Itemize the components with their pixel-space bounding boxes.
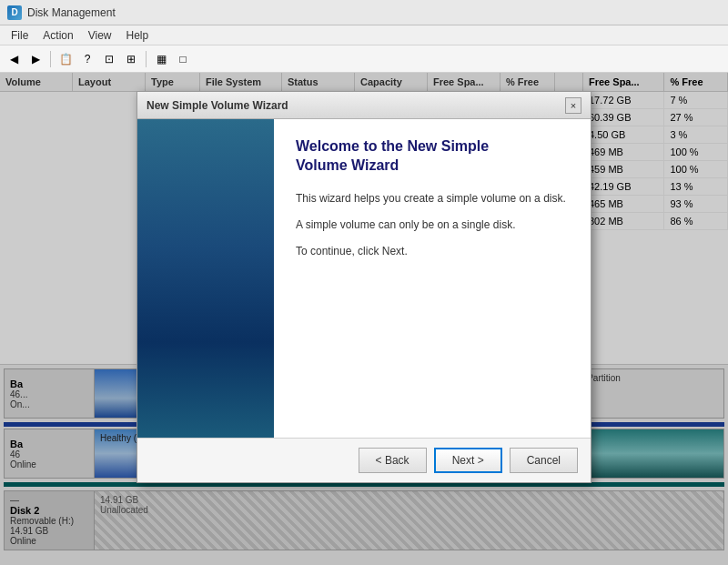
menu-file[interactable]: File bbox=[4, 27, 35, 44]
next-button[interactable]: Next > bbox=[434, 448, 502, 473]
forward-button[interactable]: ▶ bbox=[25, 49, 46, 69]
app-icon: D bbox=[7, 5, 22, 20]
app-title: Disk Management bbox=[27, 6, 116, 19]
modal-paragraph-0: This wizard helps you create a simple vo… bbox=[296, 190, 569, 207]
toolbar: ◀ ▶ 📋 ? ⊡ ⊞ ▦ □ bbox=[0, 45, 728, 73]
modal-paragraph-1: A simple volume can only be on a single … bbox=[296, 217, 569, 234]
refresh-button[interactable]: ⊡ bbox=[99, 49, 119, 69]
title-bar: D Disk Management bbox=[0, 0, 728, 25]
modal-paragraph-2: To continue, click Next. bbox=[296, 243, 569, 260]
modal-footer: < Back Next > Cancel bbox=[137, 438, 591, 482]
modal-title-bar: New Simple Volume Wizard × bbox=[137, 92, 591, 119]
menu-view[interactable]: View bbox=[81, 27, 119, 44]
menu-action[interactable]: Action bbox=[35, 27, 80, 44]
modal-title: New Simple Volume Wizard bbox=[147, 99, 288, 112]
menu-help[interactable]: Help bbox=[119, 27, 157, 44]
modal-content: Welcome to the New SimpleVolume Wizard T… bbox=[274, 119, 591, 438]
help-button[interactable]: ? bbox=[77, 49, 97, 69]
modal-close-button[interactable]: × bbox=[565, 97, 581, 114]
toolbar-separator-1 bbox=[50, 51, 51, 67]
modal-overlay: New Simple Volume Wizard × Welcome to th… bbox=[0, 73, 728, 565]
modal-body: Welcome to the New SimpleVolume Wizard T… bbox=[137, 119, 591, 438]
modal-heading: Welcome to the New SimpleVolume Wizard bbox=[296, 137, 569, 176]
console-button[interactable]: ⊞ bbox=[121, 49, 141, 69]
menu-bar: File Action View Help bbox=[0, 25, 728, 45]
back-button[interactable]: < Back bbox=[359, 448, 427, 473]
extra-button-1[interactable]: ▦ bbox=[151, 49, 171, 69]
back-button[interactable]: ◀ bbox=[4, 49, 24, 69]
toolbar-separator-2 bbox=[146, 51, 147, 67]
cancel-button[interactable]: Cancel bbox=[510, 448, 578, 473]
modal-sidebar bbox=[137, 119, 274, 438]
main-area: Volume Layout Type File System Status Ca… bbox=[0, 73, 728, 565]
new-simple-volume-wizard: New Simple Volume Wizard × Welcome to th… bbox=[136, 91, 592, 483]
properties-button[interactable]: 📋 bbox=[56, 49, 76, 69]
extra-button-2[interactable]: □ bbox=[173, 49, 193, 69]
